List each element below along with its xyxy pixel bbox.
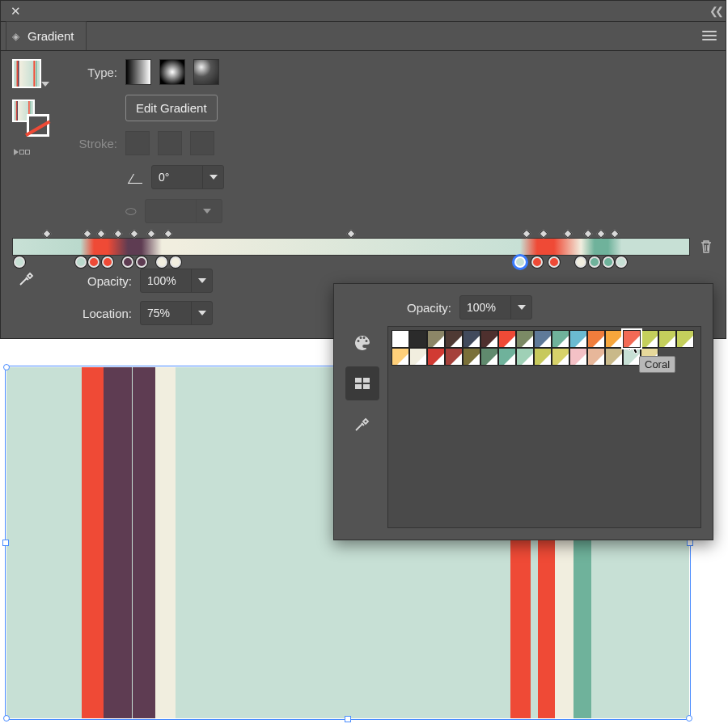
stroke-along-button (158, 131, 182, 155)
swatch[interactable] (427, 330, 445, 348)
type-label: Type: (70, 66, 117, 79)
gradient-type-radial[interactable] (159, 59, 185, 85)
swatch[interactable] (516, 348, 534, 366)
gradient-stop[interactable] (589, 256, 600, 268)
selection-handle[interactable] (687, 540, 693, 546)
selection-handle[interactable] (345, 716, 351, 722)
swatch[interactable] (658, 330, 676, 348)
swatch[interactable] (409, 330, 427, 348)
edit-gradient-button[interactable]: Edit Gradient (125, 95, 218, 121)
svg-rect-2 (355, 384, 362, 389)
gradient-stop[interactable] (514, 256, 526, 268)
tab-swatches[interactable] (345, 366, 379, 400)
stroke-swatch[interactable] (27, 114, 49, 137)
opacity-label: Opacity: (74, 274, 132, 288)
chevron-down-icon[interactable] (191, 269, 212, 292)
gradient-stop[interactable] (531, 256, 543, 268)
swatch-tooltip: Coral (639, 356, 675, 373)
swatch[interactable] (498, 348, 516, 366)
swatch[interactable] (480, 348, 498, 366)
reverse-gradient-button[interactable] (12, 145, 33, 159)
aspect-dropdown (145, 199, 222, 223)
gradient-stop[interactable] (156, 256, 167, 268)
swatch[interactable] (605, 348, 623, 366)
gradient-stop[interactable] (14, 256, 25, 268)
swatch[interactable] (463, 330, 480, 348)
swatch[interactable] (463, 348, 480, 366)
swatch[interactable] (516, 330, 534, 348)
triangle-icon (14, 149, 19, 155)
swatch[interactable] (392, 348, 409, 366)
svg-rect-0 (355, 378, 362, 383)
swatch[interactable] (480, 330, 498, 348)
selection-handle[interactable] (3, 364, 10, 370)
tab-color-mixer[interactable] (345, 326, 379, 360)
chevron-down-icon[interactable] (191, 302, 212, 324)
svg-rect-3 (363, 384, 370, 389)
square-icon (19, 150, 24, 154)
chevron-down-icon[interactable] (202, 166, 223, 188)
chevron-down-icon[interactable] (510, 296, 531, 319)
stop-location-dropdown[interactable] (140, 301, 213, 325)
color-stop-popover: Opacity: Coral (333, 283, 713, 540)
panel-menu-button[interactable] (693, 21, 726, 50)
swatch[interactable] (552, 348, 569, 366)
fill-stroke-toggle[interactable] (12, 99, 46, 133)
stroke-label: Stroke: (70, 137, 117, 150)
close-icon[interactable]: ✕ (6, 2, 25, 21)
edit-gradient-label: Edit Gradient (136, 101, 207, 115)
swatch[interactable] (605, 330, 623, 348)
angle-icon (125, 168, 143, 186)
delete-stop-button[interactable] (698, 238, 714, 256)
swatch[interactable] (569, 330, 587, 348)
selection-handle[interactable] (3, 715, 10, 722)
stop-opacity-dropdown[interactable] (140, 269, 213, 293)
swatch[interactable] (392, 330, 409, 348)
gradient-stop[interactable] (122, 256, 133, 268)
swatch[interactable] (676, 330, 694, 348)
gradient-stop[interactable] (603, 256, 614, 268)
stop-location-input[interactable] (141, 307, 191, 320)
swatches-area: Coral (387, 326, 701, 528)
swatch[interactable] (498, 330, 516, 348)
chevron-down-icon (41, 82, 49, 87)
eyedropper-button[interactable] (12, 264, 41, 293)
gradient-stop[interactable] (616, 256, 627, 268)
selection-handle[interactable] (686, 715, 692, 722)
gradient-stop[interactable] (575, 256, 586, 268)
stop-opacity-input[interactable] (141, 274, 191, 287)
svg-rect-1 (363, 378, 370, 383)
angle-input[interactable] (152, 171, 202, 184)
popover-opacity-input[interactable] (460, 301, 510, 314)
swatch[interactable] (534, 330, 552, 348)
swatch[interactable] (409, 348, 427, 366)
popover-opacity-label: Opacity: (407, 301, 451, 315)
gradient-ramp[interactable] (12, 238, 690, 256)
collapse-panel-icon[interactable]: ❮❮ (709, 5, 721, 17)
gradient-type-freeform[interactable] (193, 59, 219, 85)
swatch[interactable] (427, 348, 445, 366)
stroke-within-button (125, 131, 150, 155)
gradient-preview[interactable] (12, 59, 41, 88)
aspect-input (146, 205, 196, 218)
gradient-stop[interactable] (170, 256, 181, 268)
selection-handle[interactable] (2, 540, 9, 546)
popover-opacity-dropdown[interactable] (459, 295, 532, 320)
gradient-stop[interactable] (102, 256, 113, 268)
gradient-stop[interactable] (548, 256, 560, 268)
gradient-stop[interactable] (88, 256, 99, 268)
gradient-stop[interactable] (136, 256, 147, 268)
swatch[interactable] (569, 348, 587, 366)
gradient-type-linear[interactable] (125, 59, 151, 85)
swatch[interactable] (587, 330, 605, 348)
swatch[interactable] (445, 330, 463, 348)
angle-dropdown[interactable] (151, 165, 224, 189)
swatch[interactable] (552, 330, 569, 348)
gradient-stop[interactable] (75, 256, 87, 268)
swatch[interactable] (445, 348, 463, 366)
swatch[interactable] (623, 330, 641, 348)
tab-gradient[interactable]: ◈ Gradient (6, 21, 87, 50)
swatch[interactable] (587, 348, 605, 366)
tab-color-picker[interactable] (345, 407, 379, 441)
swatch[interactable] (534, 348, 552, 366)
